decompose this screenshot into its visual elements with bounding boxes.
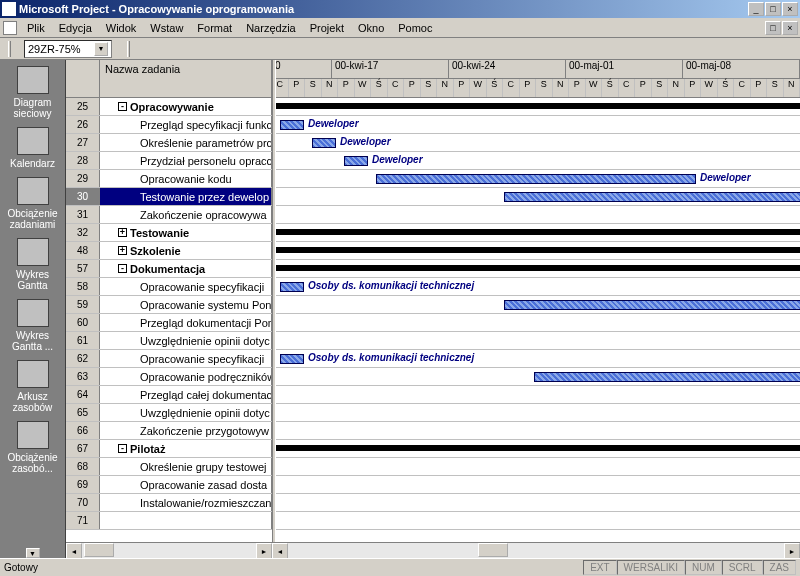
hscroll-right-right-btn[interactable]: ► [784,543,800,559]
gantt-cell[interactable]: Osoby ds. komunikacji technicznej [272,350,800,367]
summary-bar[interactable] [272,229,800,235]
menu-okno[interactable]: Okno [351,20,391,36]
row-id[interactable]: 68 [66,458,100,475]
task-row[interactable]: 26Przegląd specyfikacji funkcjDeweloper [66,116,800,134]
view-obciazenie-zadaniami[interactable]: Obciążenie zadaniami [5,177,61,230]
row-name[interactable]: Określenie grupy testowej [100,458,272,475]
row-name[interactable]: Przegląd całej dokumentacj [100,386,272,403]
row-id[interactable]: 66 [66,422,100,439]
row-name[interactable]: -Pilotaż [100,440,272,457]
row-id[interactable]: 65 [66,404,100,421]
gantt-cell[interactable] [272,440,800,457]
row-name[interactable]: Określenie parametrów prc [100,134,272,151]
task-row[interactable]: 29Opracowanie koduDeweloper [66,170,800,188]
task-row[interactable]: 65Uwzględnienie opinii dotyc [66,404,800,422]
splitter[interactable] [272,60,276,542]
row-name[interactable]: Opracowanie zasad dosta [100,476,272,493]
row-id[interactable]: 70 [66,494,100,511]
task-row[interactable]: 25-Opracowywanie [66,98,800,116]
row-id[interactable]: 26 [66,116,100,133]
gantt-cell[interactable] [272,422,800,439]
task-row[interactable]: 71 [66,512,800,530]
menu-edycja[interactable]: Edycja [52,20,99,36]
gantt-cell[interactable]: Deweloper [272,170,800,187]
row-id[interactable]: 32 [66,224,100,241]
row-id[interactable]: 58 [66,278,100,295]
zoom-dropdown-icon[interactable]: ▼ [94,42,108,56]
row-id[interactable]: 31 [66,206,100,223]
row-name[interactable]: +Szkolenie [100,242,272,259]
task-bar[interactable] [280,282,304,292]
task-row[interactable]: 66Zakończenie przygotowyw [66,422,800,440]
row-name[interactable]: Opracowanie specyfikacji [100,350,272,367]
task-bar[interactable] [534,372,800,382]
summary-bar[interactable] [272,103,800,109]
hscroll-left-thumb[interactable] [84,543,114,557]
gantt-cell[interactable] [272,242,800,259]
row-id[interactable]: 59 [66,296,100,313]
task-row[interactable]: 69Opracowanie zasad dosta [66,476,800,494]
row-name[interactable]: Zakończenie opracowywa [100,206,272,223]
task-bar[interactable] [376,174,696,184]
row-name[interactable]: Opracowanie specyfikacji [100,278,272,295]
row-id[interactable]: 28 [66,152,100,169]
row-name[interactable]: Opracowanie podręczników [100,368,272,385]
row-name[interactable]: Przegląd dokumentacji Pom [100,314,272,331]
header-task-name[interactable]: Nazwa zadania [100,60,272,97]
maximize-button[interactable]: □ [765,2,781,16]
task-row[interactable]: 67-Pilotaż [66,440,800,458]
close-button[interactable]: × [782,2,798,16]
view-arkusz-zasobow[interactable]: Arkusz zasobów [5,360,61,413]
row-id[interactable]: 67 [66,440,100,457]
menu-widok[interactable]: Widok [99,20,144,36]
doc-close-button[interactable]: × [782,21,798,35]
row-id[interactable]: 61 [66,332,100,349]
gantt-cell[interactable] [272,368,800,385]
menu-plik[interactable]: Plik [20,20,52,36]
row-name[interactable]: Przydział personelu opracc [100,152,272,169]
menu-pomoc[interactable]: Pomoc [391,20,439,36]
task-row[interactable]: 32+Testowanie [66,224,800,242]
row-name[interactable]: Zakończenie przygotowyw [100,422,272,439]
row-name[interactable]: Uwzględnienie opinii dotyc [100,404,272,421]
gantt-cell[interactable] [272,458,800,475]
toolbar-grip-2[interactable] [127,41,130,57]
task-row[interactable]: 64Przegląd całej dokumentacj [66,386,800,404]
outline-toggle[interactable]: - [118,444,127,453]
row-id[interactable]: 27 [66,134,100,151]
task-bar[interactable] [280,120,304,130]
summary-bar[interactable] [272,445,800,451]
gantt-cell[interactable]: Deweloper [272,152,800,169]
row-name[interactable]: Testowanie przez dewelop [100,188,272,205]
row-id[interactable]: 48 [66,242,100,259]
gantt-cell[interactable] [272,386,800,403]
task-row[interactable]: 59Opracowanie systemu Pon [66,296,800,314]
task-bar[interactable] [504,192,800,202]
menu-wstaw[interactable]: Wstaw [143,20,190,36]
outline-toggle[interactable]: + [118,246,127,255]
viewbar-scroll-down[interactable]: ▼ [26,548,40,558]
gantt-cell[interactable]: Deweloper [272,116,800,133]
header-id-col[interactable] [66,60,100,97]
task-row[interactable]: 48+Szkolenie [66,242,800,260]
row-name[interactable]: Instalowanie/rozmieszczan [100,494,272,511]
view-diagram-sieciowy[interactable]: Diagram sieciowy [5,66,61,119]
gantt-cell[interactable] [272,494,800,511]
hscroll-right-track[interactable] [288,543,784,558]
gantt-cell[interactable] [272,260,800,277]
task-bar[interactable] [312,138,336,148]
gantt-cell[interactable] [272,314,800,331]
hscroll-left-left-btn[interactable]: ◄ [66,543,82,559]
task-row[interactable]: 30Testowanie przez dewelop [66,188,800,206]
menu-format[interactable]: Format [190,20,239,36]
task-row[interactable]: 61Uwzględnienie opinii dotyc [66,332,800,350]
row-id[interactable]: 29 [66,170,100,187]
view-wykres-gantta[interactable]: Wykres Gantta [5,238,61,291]
row-id[interactable]: 62 [66,350,100,367]
gantt-cell[interactable]: Osoby ds. komunikacji technicznej [272,278,800,295]
gantt-cell[interactable] [272,512,800,529]
task-bar[interactable] [344,156,368,166]
summary-bar[interactable] [272,265,800,271]
task-row[interactable]: 28Przydział personelu opraccDeweloper [66,152,800,170]
toolbar-grip[interactable] [8,41,11,57]
